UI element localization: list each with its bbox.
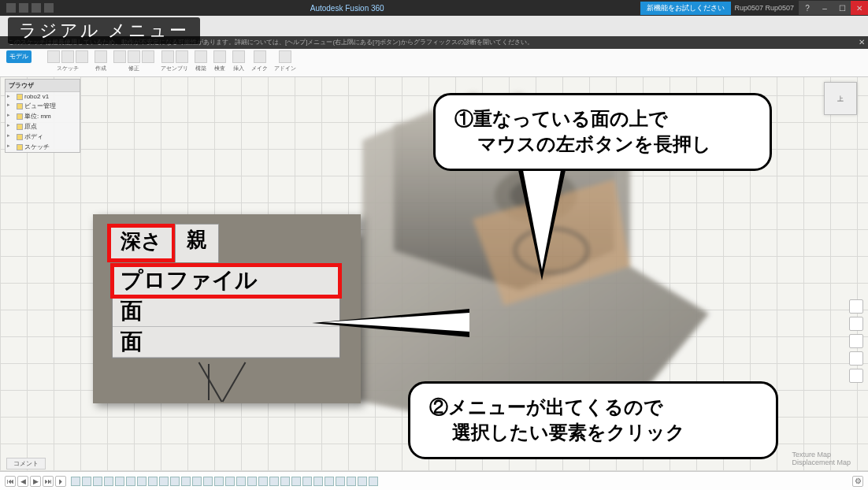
ribbon-tool-icon[interactable] xyxy=(232,50,245,63)
callout-text: ②メニューが出てくるので xyxy=(429,395,757,420)
ribbon-tool-icon[interactable] xyxy=(142,50,154,63)
browser-item[interactable]: ビュー管理 xyxy=(6,101,80,111)
ribbon-group: 作成 xyxy=(95,49,107,72)
timeline-feature-icon[interactable] xyxy=(170,477,180,486)
ribbon-group-label: メイク xyxy=(251,65,268,72)
timeline-feature-icon[interactable] xyxy=(93,477,102,486)
timeline-feature-icon[interactable] xyxy=(302,477,312,486)
ribbon-tool-icon[interactable] xyxy=(161,50,174,63)
ribbon-tool-icon[interactable] xyxy=(113,50,126,63)
timeline-feature-icon[interactable] xyxy=(225,477,235,486)
folder-icon xyxy=(17,144,23,150)
timeline-feature-icon[interactable] xyxy=(137,477,147,486)
timeline-play-button[interactable]: ◀ xyxy=(17,476,28,487)
ribbon-tool-icon[interactable] xyxy=(176,50,188,63)
timeline-feature-icon[interactable] xyxy=(203,477,213,486)
browser-item[interactable]: ボディ xyxy=(6,132,80,142)
browser-panel: ブラウザ robo2 v1ビュー管理単位: mm原点ボディスケッチ xyxy=(5,79,80,153)
ribbon-tool-icon[interactable] xyxy=(128,50,140,63)
callout-tail xyxy=(323,313,469,332)
timeline-feature-icon[interactable] xyxy=(347,477,356,486)
timeline-feature-icon[interactable] xyxy=(313,477,323,486)
save-icon[interactable] xyxy=(19,3,28,13)
ribbon-group: 修正 xyxy=(113,49,154,72)
folder-icon xyxy=(17,134,23,140)
timeline-feature-icon[interactable] xyxy=(358,477,367,486)
browser-item[interactable]: スケッチ xyxy=(6,142,80,152)
radial-item-face[interactable]: 面 xyxy=(113,327,339,358)
timeline-feature-icon[interactable] xyxy=(369,477,378,486)
radial-item-face[interactable]: 面 xyxy=(113,296,339,327)
timeline-feature-icon[interactable] xyxy=(336,477,345,486)
browser-item[interactable]: 単位: mm xyxy=(6,111,80,121)
browser-item[interactable]: 原点 xyxy=(6,121,80,132)
timeline-feature-icon[interactable] xyxy=(82,477,91,486)
undo-icon[interactable] xyxy=(32,3,41,13)
ribbon-tool-icon[interactable] xyxy=(195,50,207,63)
timeline-play-button[interactable]: ⏭ xyxy=(43,476,54,487)
radial-item-profile[interactable]: プロファイル xyxy=(113,265,339,296)
browser-header: ブラウザ xyxy=(6,80,80,92)
ribbon-tool-icon[interactable] xyxy=(61,50,74,63)
timeline-feature-icon[interactable] xyxy=(291,477,301,486)
timeline-feature-icon[interactable] xyxy=(71,477,80,486)
timeline-feature-icon[interactable] xyxy=(236,477,246,486)
orbit-icon[interactable] xyxy=(849,299,863,314)
user-label[interactable]: Rup0507 Rup0507 xyxy=(734,4,794,12)
timeline-play-button[interactable]: ⏮ xyxy=(5,476,16,487)
timeline-bar: ⏮◀▶⏭⏵ ⚙ xyxy=(0,471,868,490)
redo-icon[interactable] xyxy=(44,3,54,13)
timeline-feature-icon[interactable] xyxy=(148,477,158,486)
ribbon-tool-icon[interactable] xyxy=(47,50,60,63)
ribbon-tool-icon[interactable] xyxy=(76,50,88,63)
folder-icon xyxy=(17,113,23,120)
ribbon-tool-icon[interactable] xyxy=(254,50,266,63)
timeline-feature-icon[interactable] xyxy=(214,477,224,486)
trial-button[interactable]: 新機能をお試しください xyxy=(640,2,731,15)
radial-list: プロファイル 面 面 xyxy=(112,265,340,358)
ribbon-tool-icon[interactable] xyxy=(95,50,107,63)
watermark: Texture MapDisplacement Map xyxy=(792,451,851,466)
maximize-button[interactable]: ☐ xyxy=(833,1,851,15)
ribbon-group: メイク xyxy=(251,49,268,72)
callout-text: 選択したい要素をクリック xyxy=(429,420,757,445)
comments-tab[interactable]: コメント xyxy=(6,458,46,470)
pan-icon[interactable] xyxy=(849,317,863,331)
timeline-feature-icon[interactable] xyxy=(258,477,268,486)
minimize-button[interactable]: – xyxy=(816,1,833,15)
radial-tab-depth[interactable]: 深さ xyxy=(107,224,176,262)
title-bar: Autodesk Fusion 360 新機能をお試しください Rup0507 … xyxy=(0,0,868,16)
timeline-feature-icon[interactable] xyxy=(104,477,113,486)
warning-close-icon[interactable]: ✕ xyxy=(859,36,865,49)
timeline-feature-icon[interactable] xyxy=(269,477,279,486)
timeline-play-button[interactable]: ▶ xyxy=(30,476,41,487)
radial-tab-parent[interactable]: 親 xyxy=(175,224,219,262)
timeline-settings-icon[interactable]: ⚙ xyxy=(852,476,863,487)
callout-text: ①重なっている面の上で xyxy=(454,106,751,132)
app-title: Autodesk Fusion 360 xyxy=(54,4,640,13)
timeline-feature-icon[interactable] xyxy=(280,477,290,486)
close-button[interactable]: ✕ xyxy=(851,1,868,15)
timeline-feature-icon[interactable] xyxy=(247,477,257,486)
timeline-feature-icon[interactable] xyxy=(159,477,169,486)
browser-root[interactable]: robo2 v1 xyxy=(6,92,80,101)
tutorial-heading: ラジアル メニュー xyxy=(8,17,200,44)
radial-tail-line xyxy=(222,362,247,402)
timeline-play-button[interactable]: ⏵ xyxy=(55,476,66,487)
ribbon-tool-icon[interactable] xyxy=(213,50,226,63)
timeline-feature-icon[interactable] xyxy=(192,477,202,486)
timeline-feature-icon[interactable] xyxy=(126,477,135,486)
help-icon[interactable]: ? xyxy=(799,1,816,15)
ribbon-group-label: 構築 xyxy=(195,65,206,72)
timeline-feature-icon[interactable] xyxy=(115,477,124,486)
ribbon-tool-icon[interactable] xyxy=(279,50,291,63)
display-icon[interactable] xyxy=(849,369,863,383)
timeline-feature-icon[interactable] xyxy=(325,477,334,486)
timeline-feature-icon[interactable] xyxy=(181,477,191,486)
workspace-tab-model[interactable]: モデル xyxy=(6,50,32,63)
fit-icon[interactable] xyxy=(849,351,863,366)
file-icon[interactable] xyxy=(6,3,16,13)
zoom-icon[interactable] xyxy=(849,334,863,348)
quick-access-toolbar[interactable] xyxy=(0,3,54,13)
view-cube[interactable]: 上 xyxy=(824,82,857,115)
